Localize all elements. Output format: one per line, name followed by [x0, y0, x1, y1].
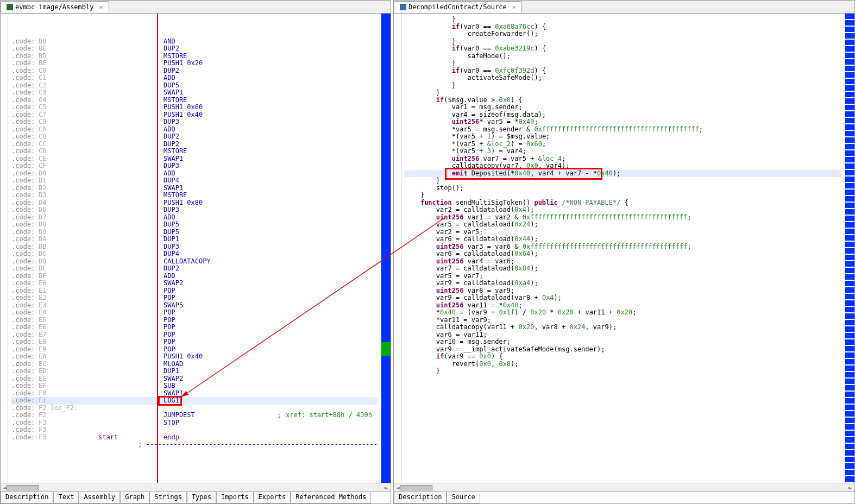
asm-row[interactable]: .code:DFADD — [11, 273, 378, 280]
src-line[interactable]: var10 = msg.sender; — [405, 338, 841, 346]
asm-row[interactable]: .code:CFDUP3 — [11, 162, 378, 170]
asm-row[interactable]: .code:C7PUSH1 0x40 — [11, 111, 378, 119]
bottom-tab-imports[interactable]: Imports — [216, 492, 254, 503]
src-line[interactable]: if($msg.value > 0x0) { — [405, 97, 841, 104]
bottom-tab-strings[interactable]: Strings — [149, 492, 187, 503]
src-line[interactable]: var9 = __impl_activateSafeMode(msg.sende… — [405, 346, 841, 354]
src-line[interactable]: revert(0x0, 0x0); — [405, 361, 841, 368]
src-line[interactable]: } — [405, 60, 841, 67]
asm-row[interactable]: .code:D3MSTORE — [11, 192, 378, 199]
src-line[interactable]: if(var0 == 0xa68a76cc) { — [405, 23, 841, 31]
asm-row[interactable]: .code:D6DUP3 — [11, 206, 378, 214]
asm-row[interactable]: .code:E6POP — [11, 324, 378, 331]
asm-row[interactable]: .code:BCDUP2 — [11, 45, 378, 53]
asm-row[interactable]: .code:E7POP — [11, 331, 378, 339]
src-line[interactable]: *var11 = var9; — [405, 317, 841, 324]
asm-row[interactable]: .code:D4PUSH1 0x80 — [11, 199, 378, 207]
src-line[interactable]: var6 = var11; — [405, 331, 841, 339]
asm-row[interactable]: .code:D1DUP4 — [11, 177, 378, 185]
src-line[interactable]: } — [405, 192, 841, 199]
src-line[interactable]: } — [405, 38, 841, 46]
asm-row[interactable]: .code:C4MSTORE — [11, 97, 378, 104]
assembly-code-area[interactable]: .code:BBAND.code:BCDUP2.code:BDMSTORE.co… — [8, 14, 381, 483]
source-tab[interactable]: DecompiledContract/Source ✕ — [394, 1, 522, 12]
asm-row[interactable]: .code:E9POP — [11, 346, 378, 354]
asm-row[interactable]: .code:CBDUP2 — [11, 133, 378, 141]
src-line[interactable]: var2 = calldataload(0x4); — [405, 206, 841, 214]
close-icon[interactable]: ✕ — [99, 3, 103, 11]
asm-row[interactable]: .code:DADUP1 — [11, 236, 378, 243]
src-line[interactable]: if(var0 == 0xabe3219c) { — [405, 45, 841, 53]
src-line[interactable]: var5 = calldataload(0x24); — [405, 221, 841, 229]
asm-row[interactable]: ; --------------------------------------… — [11, 441, 378, 449]
assembly-tab[interactable]: evmbc image/Assembly ✕ — [1, 1, 109, 12]
src-line[interactable]: *(var5 + 1) = $msg.value; — [405, 133, 841, 141]
asm-row[interactable]: .code:DBDUP3 — [11, 243, 378, 251]
asm-row[interactable]: .code:F3startendp — [11, 434, 378, 442]
overview-ruler[interactable] — [845, 14, 854, 483]
asm-row[interactable]: .code:C3SWAP1 — [11, 89, 378, 97]
asm-row[interactable]: .code:CESWAP1 — [11, 155, 378, 163]
asm-row[interactable]: .code:EAPUSH1 0x40 — [11, 353, 378, 361]
overview-ruler[interactable] — [381, 14, 391, 483]
asm-row[interactable]: .code:DEDUP2 — [11, 265, 378, 273]
hscroll[interactable]: ◄ ► — [1, 483, 391, 492]
hscroll[interactable]: ◄ ► — [394, 483, 854, 492]
asm-row[interactable]: .code:D2SWAP1 — [11, 185, 378, 192]
src-line[interactable]: var9 = calldataload(0xa4); — [405, 280, 841, 287]
src-line[interactable]: if(var0 == 0xfc0f392d) { — [405, 67, 841, 75]
bottom-tab-source[interactable]: Source — [447, 492, 480, 503]
asm-row[interactable]: .code:C2DUP5 — [11, 82, 378, 90]
src-line[interactable]: if(var9 == 0x0) { — [405, 353, 841, 361]
asm-row[interactable]: .code:C9DUP3 — [11, 118, 378, 126]
asm-row[interactable]: .code:DDCALLDATACOPY — [11, 258, 378, 266]
src-line[interactable]: uint256 var11 = *0x40; — [405, 302, 841, 310]
src-line[interactable]: var6 = calldataload(0x44); — [405, 236, 841, 243]
asm-row[interactable]: .code:C5PUSH1 0x60 — [11, 104, 378, 111]
src-line[interactable]: uint256 var3 = var6 & 0xffffffffffffffff… — [405, 243, 841, 251]
src-line[interactable]: } — [405, 89, 841, 97]
bottom-tab-description[interactable]: Description — [1, 492, 53, 503]
asm-row[interactable]: .code:BDMSTORE — [11, 53, 378, 60]
bottom-tab-text[interactable]: Text — [53, 492, 79, 503]
src-line[interactable]: *(var5 + &loc_2) = 0x60; — [405, 141, 841, 148]
bottom-tab-exports[interactable]: Exports — [254, 492, 291, 503]
asm-row[interactable]: .code:EDDUP1 — [11, 368, 378, 375]
asm-row[interactable]: .code:E2POP — [11, 294, 378, 302]
src-line[interactable]: } — [405, 177, 841, 185]
asm-row[interactable]: .code:C1ADD — [11, 74, 378, 82]
asm-row[interactable]: .code:F0SWAP1 — [11, 390, 378, 398]
src-line[interactable]: stop(); — [405, 185, 841, 192]
bottom-tab-types[interactable]: Types — [187, 492, 216, 503]
src-line[interactable]: uint256 var1 = var2 & 0xffffffffffffffff… — [405, 214, 841, 222]
bottom-tab-graph[interactable]: Graph — [120, 492, 149, 503]
src-line[interactable]: var4 = sizeof(msg.data); — [405, 111, 841, 119]
asm-row[interactable]: .code:E3SWAP5 — [11, 302, 378, 310]
asm-row[interactable]: .code:C0DUP2 — [11, 67, 378, 75]
asm-row[interactable]: .code:EFSUB — [11, 382, 378, 390]
source-code-area[interactable]: } if(var0 == 0xa68a76cc) { createForward… — [401, 14, 845, 483]
src-line[interactable]: function sendMultiSigToken() public /*NO… — [405, 199, 841, 207]
bottom-tab-referenced-methods[interactable]: Referenced Methods — [291, 492, 371, 503]
src-line[interactable]: uint256 var8 = var9; — [405, 287, 841, 295]
asm-row[interactable]: .code:CAADD — [11, 126, 378, 134]
asm-row[interactable]: .code:D9DUP5 — [11, 229, 378, 236]
src-line[interactable]: *0x40 = (var9 + 0x1f) / 0x20 * 0x20 + va… — [405, 309, 841, 317]
asm-row[interactable]: .code:ECMLOAD — [11, 361, 378, 368]
asm-row[interactable]: .code:F2 loc_F2: — [11, 405, 378, 412]
asm-row[interactable]: .code:E1POP — [11, 287, 378, 295]
asm-row[interactable]: .code:BEPUSH1 0x20 — [11, 60, 378, 67]
src-line[interactable]: } — [405, 16, 841, 23]
src-line[interactable]: var9 = calldataload(var8 + 0x4); — [405, 294, 841, 302]
asm-row[interactable]: .code:D0ADD — [11, 170, 378, 178]
asm-row[interactable]: .code:E8POP — [11, 338, 378, 346]
src-line[interactable]: *var5 = msg.sender & 0xfffffffffffffffff… — [405, 126, 841, 134]
src-line[interactable]: var7 = calldataload(0x84); — [405, 265, 841, 273]
src-line[interactable]: emit Deposited(*0x40, var4 + var7 - *0x4… — [405, 170, 841, 178]
src-line[interactable]: var1 = msg.sender; — [405, 104, 841, 111]
src-line[interactable]: uint256* var5 = *0x40; — [405, 118, 841, 126]
bottom-tab-assembly[interactable]: Assembly — [79, 492, 120, 503]
src-line[interactable]: var5 = var7; — [405, 273, 841, 280]
asm-row[interactable]: .code:D8DUP5 — [11, 221, 378, 229]
asm-row[interactable]: .code:D7ADD — [11, 214, 378, 222]
